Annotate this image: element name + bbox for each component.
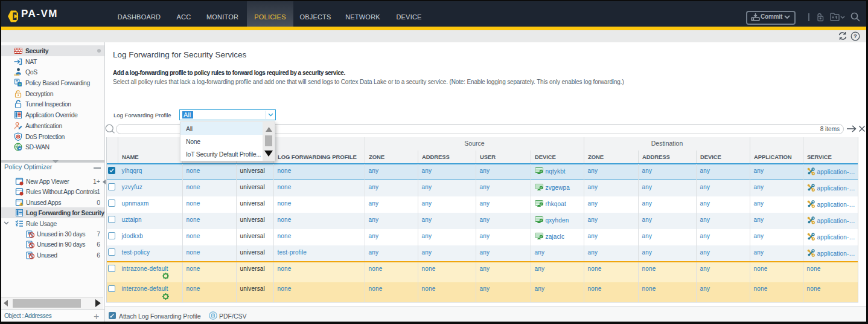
- svg-text:?: ?: [854, 33, 857, 39]
- svg-text:!: !: [21, 202, 22, 206]
- svg-text:QoS: QoS: [14, 74, 21, 77]
